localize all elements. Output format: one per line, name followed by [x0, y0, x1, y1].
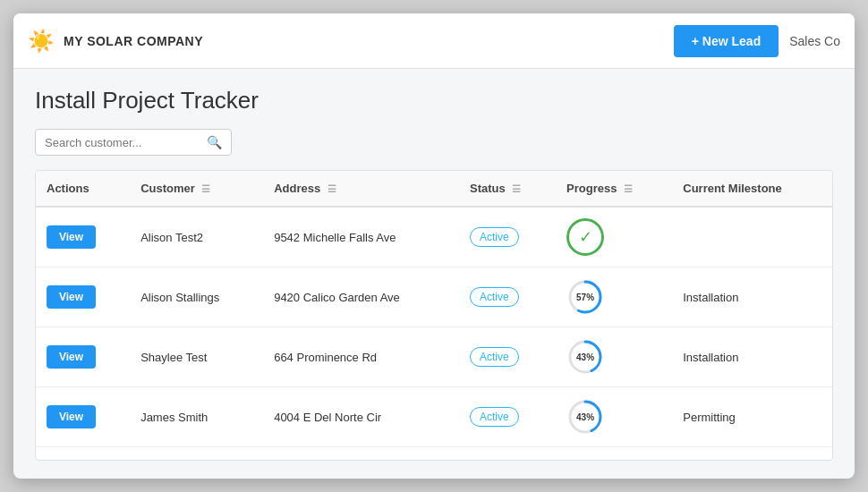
col-header-milestone: Current Milestone: [672, 171, 832, 207]
col-header-progress: Progress ☰: [556, 171, 672, 207]
data-table-container: Actions Customer ☰ Address ☰ Status ☰ Pr…: [35, 170, 833, 461]
progress-complete-icon: ✓: [566, 218, 604, 256]
progress-cell: 43%: [556, 387, 672, 447]
navbar: ☀️ MY SOLAR COMPANY + New Lead Sales Co: [13, 13, 855, 69]
milestone-cell: Permitting: [672, 387, 832, 447]
sales-co-label: Sales Co: [789, 34, 840, 48]
view-button[interactable]: View: [47, 345, 96, 369]
table-header-row: Actions Customer ☰ Address ☰ Status ☰ Pr…: [36, 171, 832, 207]
table-row: ViewAlison Test29542 Michelle Falls AveA…: [36, 207, 832, 267]
milestone-cell: Installation: [672, 267, 832, 327]
customer-cell: Shaylee Test: [130, 327, 263, 387]
view-button[interactable]: View: [47, 225, 96, 249]
main-window: ☀️ MY SOLAR COMPANY + New Lead Sales Co …: [13, 13, 855, 479]
progress-circle: 43%: [566, 398, 604, 436]
view-button[interactable]: View: [47, 285, 96, 309]
project-table: Actions Customer ☰ Address ☰ Status ☰ Pr…: [36, 171, 832, 461]
customer-cell: James Smith: [130, 387, 263, 447]
progress-label: 43%: [576, 412, 594, 422]
logo-icon: ☀️: [28, 29, 55, 54]
company-name: MY SOLAR COMPANY: [64, 34, 203, 48]
customer-cell: smith james: [130, 447, 263, 462]
table-row: ViewAlison Stallings9420 Calico Garden A…: [36, 267, 832, 327]
table-row: Viewsmith james9975 Brasada StActive 57%…: [36, 447, 832, 462]
navbar-left: ☀️ MY SOLAR COMPANY: [28, 29, 203, 54]
status-cell: Active: [459, 207, 556, 267]
progress-cell: 57%: [556, 447, 672, 462]
progress-circle: 57%: [566, 458, 604, 461]
customer-cell: Alison Test2: [130, 207, 263, 267]
status-cell: Active: [459, 387, 556, 447]
view-button[interactable]: View: [47, 405, 96, 428]
col-header-status: Status ☰: [459, 171, 556, 207]
progress-cell: ✓: [556, 207, 672, 267]
progress-cell: 57%: [556, 267, 672, 327]
navbar-right: + New Lead Sales Co: [674, 25, 840, 57]
progress-circle: 43%: [566, 338, 604, 376]
milestone-cell: [672, 207, 832, 267]
table-row: ViewJames Smith4004 E Del Norte CirActiv…: [36, 387, 832, 447]
status-cell: Active: [459, 447, 556, 462]
table-row: ViewShaylee Test664 Prominence RdActive …: [36, 327, 832, 387]
address-cell: 4004 E Del Norte Cir: [263, 387, 459, 447]
status-badge: Active: [470, 407, 519, 427]
progress-cell: 43%: [556, 327, 672, 387]
address-cell: 664 Prominence Rd: [263, 327, 459, 387]
page-title: Install Project Tracker: [35, 87, 833, 115]
milestone-cell: Schedule Inspecti: [672, 447, 832, 462]
status-badge: Active: [470, 347, 519, 367]
action-cell: View: [36, 387, 130, 447]
new-lead-button[interactable]: + New Lead: [674, 25, 779, 57]
milestone-cell: Installation: [672, 327, 832, 387]
search-input[interactable]: [45, 136, 207, 149]
status-cell: Active: [459, 267, 556, 327]
action-cell: View: [36, 327, 130, 387]
col-header-customer: Customer ☰: [130, 171, 263, 207]
address-cell: 9975 Brasada St: [263, 447, 459, 462]
progress-circle: 57%: [566, 278, 604, 316]
progress-label: 57%: [576, 293, 594, 302]
customer-cell: Alison Stallings: [130, 267, 263, 327]
col-header-actions: Actions: [36, 171, 130, 207]
search-bar[interactable]: 🔍: [35, 129, 232, 156]
address-cell: 9420 Calico Garden Ave: [263, 267, 459, 327]
main-content: Install Project Tracker 🔍 Actions Custom…: [13, 69, 855, 479]
status-badge: Active: [470, 227, 519, 247]
action-cell: View: [36, 447, 130, 462]
col-header-address: Address ☰: [263, 171, 459, 207]
progress-label: 43%: [576, 352, 594, 362]
action-cell: View: [36, 267, 130, 327]
status-cell: Active: [459, 327, 556, 387]
search-icon: 🔍: [207, 135, 222, 149]
status-badge: Active: [470, 287, 519, 307]
address-cell: 9542 Michelle Falls Ave: [263, 207, 459, 267]
action-cell: View: [36, 207, 130, 267]
